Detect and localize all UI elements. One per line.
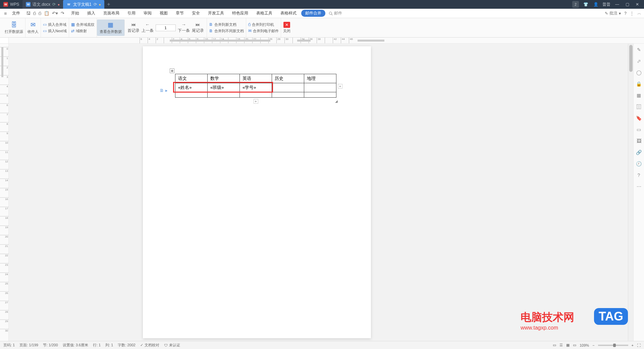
tab-mailmerge[interactable]: 邮件合并 (301, 10, 325, 17)
next-record-button[interactable]: →下一条 (178, 22, 190, 34)
scrollbar-thumb[interactable] (629, 45, 633, 72)
print-preview-icon[interactable]: ⎙ (33, 11, 36, 16)
merge-field-cell[interactable]: «姓名» (175, 83, 208, 92)
save-icon[interactable]: 🖫 (26, 11, 31, 16)
close-window-icon[interactable]: ✕ (634, 1, 641, 8)
zoom-out-icon[interactable]: − (592, 343, 594, 347)
merge-field-cell[interactable]: «学号» (240, 83, 272, 92)
add-column-button[interactable]: + (338, 84, 342, 89)
merge-to-email-button[interactable]: ✉合并到电子邮件 (248, 29, 279, 34)
zoom-in-icon[interactable]: + (632, 343, 634, 347)
close-mailmerge-button[interactable]: ✕ 关闭 (281, 18, 292, 37)
link-icon[interactable]: 🔗 (636, 149, 642, 156)
last-record-button[interactable]: ⏭尾记录 (192, 22, 204, 34)
tab-section[interactable]: 章节 (172, 10, 187, 17)
add-row-button[interactable]: + (254, 99, 258, 104)
header-cell[interactable]: 英语 (240, 74, 272, 83)
empty-cell[interactable] (175, 92, 208, 98)
bookmark-icon[interactable]: 🔖 (636, 115, 642, 121)
empty-cell[interactable] (304, 92, 336, 98)
redo-icon[interactable]: ↷ (61, 11, 64, 16)
horizontal-ruler[interactable]: 6422468101214182022262830343638424446 (9, 38, 644, 43)
grid-icon[interactable]: ▦ (636, 92, 642, 99)
table-empty-row[interactable] (175, 92, 336, 98)
more-icon[interactable]: ⋯ (636, 183, 642, 190)
tab-sync-icon[interactable]: ⟳ (52, 2, 56, 7)
insert-next-field-button[interactable]: ▭插入Next域 (43, 29, 67, 34)
merge-field-shading-button[interactable]: ▦合并域底纹 (71, 22, 95, 27)
insert-merge-field-button[interactable]: ▭插入合并域 (43, 22, 67, 27)
status-column[interactable]: 列: 1 (105, 343, 113, 348)
hamburger-icon[interactable]: ≡ (3, 11, 8, 16)
file-menu[interactable]: 文件 (9, 10, 23, 17)
record-number-input[interactable] (156, 24, 176, 31)
zoom-value[interactable]: 109% (580, 343, 589, 347)
document-table[interactable]: 语文 数学 英语 历史 地理 «姓名» «班级» «学号» (175, 74, 336, 98)
status-section[interactable]: 节: 1/200 (43, 343, 58, 348)
table-move-handle[interactable]: ✥ (170, 68, 174, 73)
status-auth[interactable]: 🛡未认证 (164, 343, 180, 348)
vertical-scrollbar[interactable] (628, 44, 633, 341)
empty-cell[interactable] (240, 92, 272, 98)
status-position[interactable]: 设置值: 3.6厘米 (63, 343, 88, 348)
skin-icon[interactable]: 👕 (582, 1, 589, 8)
collapse-ribbon-icon[interactable]: ︿ (637, 10, 641, 16)
ribbon-search[interactable]: 邮件 (329, 10, 342, 16)
notification-badge[interactable]: 2 (572, 1, 579, 8)
status-page-no[interactable]: 页码: 1 (3, 343, 15, 348)
image-icon[interactable]: 🖼 (636, 138, 642, 144)
row-marker-icon[interactable]: 🗎 ▸ (160, 88, 168, 93)
header-cell[interactable]: 语文 (175, 74, 208, 83)
zoom-slider[interactable] (598, 345, 628, 346)
open-data-source-button[interactable]: 🗄 打开数据源 (3, 18, 25, 37)
new-tab-button[interactable]: + (104, 1, 113, 7)
tab-tablestyle[interactable]: 表格样式 (277, 10, 300, 17)
table-resize-handle[interactable]: ◢ (335, 99, 338, 103)
status-page-of[interactable]: 页面: 1/199 (19, 343, 38, 348)
table-data-row[interactable]: «姓名» «班级» «学号» (175, 83, 336, 92)
tab-tabletools[interactable]: 表格工具 (253, 10, 276, 17)
page-icon[interactable]: ▭ (636, 126, 642, 133)
select-icon[interactable]: ⬀ (636, 58, 642, 64)
merge-to-diff-doc-button[interactable]: 🗎合并到不同新文档 (209, 29, 244, 34)
document-canvas[interactable]: 🗎 ▸ ✥ 语文 数学 英语 历史 地理 «姓名» «班级» «学号» (9, 44, 628, 341)
undo-icon[interactable]: ↶▾ (52, 11, 58, 16)
status-words[interactable]: 字数: 2002 (118, 343, 136, 348)
view-merge-data-button[interactable]: ▦ 查看合并数据 (97, 19, 125, 36)
ribbon-options-icon[interactable]: ⋮ (630, 11, 634, 16)
vertical-ruler[interactable]: 0123456789101112131415161718192021222324… (0, 44, 9, 341)
tab-close-icon[interactable]: ● (58, 3, 60, 6)
pen-icon[interactable]: ✎ (636, 46, 642, 53)
tab-reference[interactable]: 引用 (124, 10, 139, 17)
tab-start[interactable]: 开始 (68, 10, 83, 17)
empty-cell[interactable] (208, 92, 240, 98)
prev-record-button[interactable]: ←上一条 (142, 22, 154, 34)
empty-cell[interactable] (304, 83, 336, 92)
tab-review[interactable]: 审阅 (140, 10, 155, 17)
paste-icon[interactable]: 📋 (44, 11, 49, 16)
merge-field-cell[interactable]: «班级» (208, 83, 240, 92)
clock-icon[interactable]: 🕘 (636, 160, 642, 167)
view-print-layout-icon[interactable]: ▭ (553, 343, 556, 347)
recipients-button[interactable]: ✉ 收件人 (25, 18, 41, 37)
help-icon[interactable]: ? (624, 11, 627, 16)
first-record-button[interactable]: ⏮首记录 (127, 22, 140, 34)
layout-icon[interactable]: ⿲ (636, 103, 642, 110)
view-read-icon[interactable]: ▭ (573, 343, 576, 347)
fullscreen-icon[interactable]: ⛶ (637, 343, 641, 347)
tab-pagelayout[interactable]: 页面布局 (100, 10, 123, 17)
minimize-icon[interactable]: — (614, 1, 621, 8)
empty-cell[interactable] (272, 92, 304, 98)
tab-view[interactable]: 视图 (156, 10, 171, 17)
app-tab[interactable]: W WPS (0, 0, 22, 9)
user-avatar-icon[interactable]: 👤 (592, 1, 599, 8)
shape-icon[interactable]: ◯ (636, 69, 642, 76)
print-icon[interactable]: ⎙ (39, 11, 41, 16)
tab-sync-icon[interactable]: ⟳ (94, 2, 97, 7)
merge-to-printer-button[interactable]: ⎙合并到打印机 (248, 22, 279, 27)
lock-icon[interactable]: 🔒 (636, 81, 642, 87)
document-tab-1[interactable]: W 语文.docx ⟳ ● (22, 0, 63, 9)
status-proof[interactable]: ✓文档校对 (140, 343, 159, 348)
field-mapping-button[interactable]: ⇄域映射 (71, 29, 95, 34)
tab-devtools[interactable]: 开发工具 (205, 10, 227, 17)
